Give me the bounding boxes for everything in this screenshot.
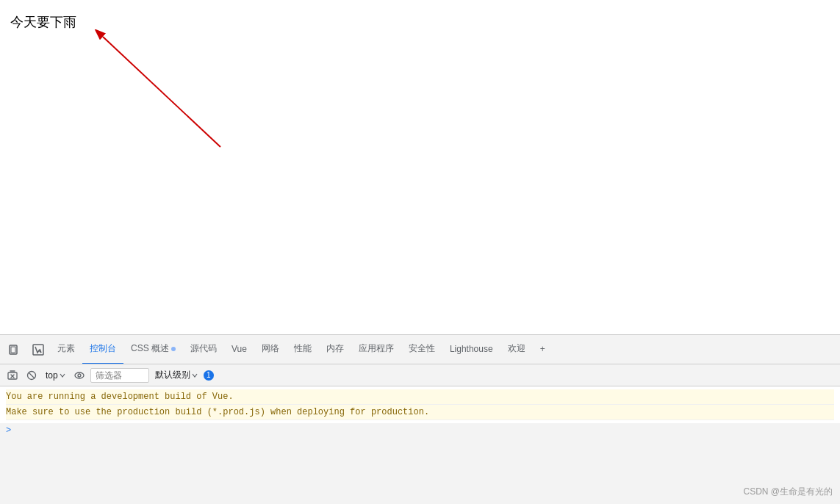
- level-chevron-icon: [192, 372, 198, 378]
- svg-line-10: [29, 372, 35, 378]
- context-label: top: [46, 370, 58, 381]
- svg-point-4: [13, 353, 14, 354]
- console-line: You are running a development build of V…: [6, 389, 834, 405]
- message-count-badge: 1: [204, 370, 214, 381]
- tab-more[interactable]: +: [533, 335, 553, 364]
- svg-point-12: [78, 374, 81, 377]
- log-level-selector[interactable]: 默认级别: [152, 367, 201, 383]
- red-arrow-annotation: [81, 29, 243, 158]
- tab-vue[interactable]: Vue: [224, 335, 254, 364]
- devtools-tab-bar: 元素 控制台 CSS 概述 源代码 Vue 网络 性能 内存 应用程序 安全性: [0, 335, 840, 364]
- console-line: Make sure to use the production build (*…: [6, 405, 834, 420]
- console-prompt[interactable]: >: [0, 423, 840, 438]
- svg-point-11: [75, 372, 84, 378]
- tab-console[interactable]: 控制台: [82, 335, 123, 364]
- devtools-panel: 元素 控制台 CSS 概述 源代码 Vue 网络 性能 内存 应用程序 安全性: [0, 334, 840, 504]
- tab-memory[interactable]: 内存: [319, 335, 351, 364]
- main-content: 今天要下雨: [0, 0, 840, 334]
- tab-elements[interactable]: 元素: [50, 335, 82, 364]
- svg-rect-5: [33, 345, 43, 355]
- tab-css-overview[interactable]: CSS 概述: [123, 335, 183, 364]
- tab-lighthouse[interactable]: Lighthouse: [442, 335, 500, 364]
- tab-welcome[interactable]: 欢迎: [500, 335, 533, 364]
- tab-application[interactable]: 应用程序: [351, 335, 401, 364]
- clear-console-button[interactable]: [4, 367, 21, 384]
- visibility-button[interactable]: [71, 367, 87, 384]
- level-label: 默认级别: [155, 369, 190, 381]
- css-overview-indicator: [171, 347, 176, 351]
- csdn-watermark: CSDN @生命是有光的: [743, 486, 833, 498]
- tab-inspect[interactable]: [26, 338, 50, 361]
- block-requests-button[interactable]: [24, 367, 40, 384]
- tab-network[interactable]: 网络: [254, 335, 287, 364]
- page-title: 今天要下雨: [10, 13, 76, 31]
- tab-sources[interactable]: 源代码: [183, 335, 224, 364]
- svg-rect-3: [11, 347, 15, 353]
- tab-security[interactable]: 安全性: [401, 335, 442, 364]
- console-output: You are running a development build of V…: [0, 386, 840, 423]
- devtools-toolbar: top 默认级别 1: [0, 364, 840, 386]
- message-count-dot: 1: [204, 370, 214, 381]
- tab-performance[interactable]: 性能: [287, 335, 319, 364]
- filter-input[interactable]: [90, 368, 149, 383]
- tab-device-mode[interactable]: [3, 338, 26, 361]
- context-selector[interactable]: top: [43, 369, 68, 382]
- svg-line-1: [103, 37, 220, 147]
- chevron-down-icon: [60, 372, 65, 378]
